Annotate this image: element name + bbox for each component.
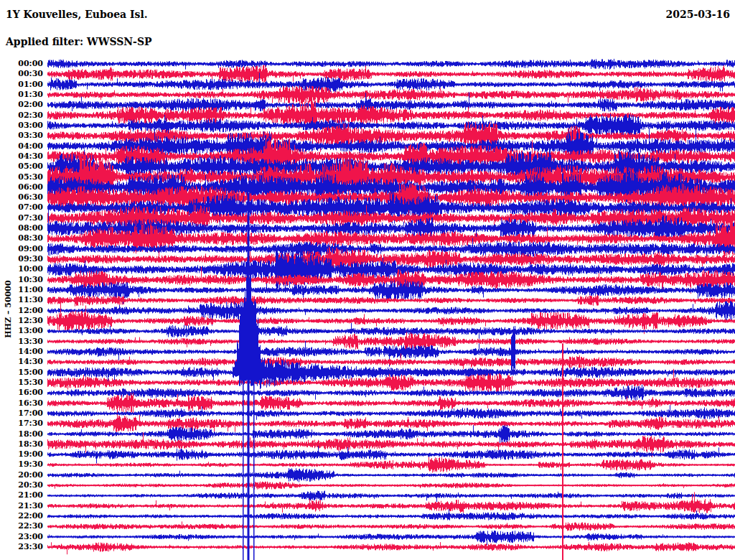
time-label: 17:00 <box>0 409 43 418</box>
time-label: 09:00 <box>0 245 43 253</box>
time-label: 16:30 <box>0 399 43 408</box>
date-label: 2025-03-16 <box>665 9 730 20</box>
time-label: 14:00 <box>0 347 43 356</box>
time-label: 06:30 <box>0 193 43 202</box>
time-label: 10:30 <box>0 276 43 284</box>
time-label: 11:30 <box>0 296 43 304</box>
time-label: 23:30 <box>0 543 43 551</box>
time-label: 18:30 <box>0 440 43 449</box>
time-label: 02:00 <box>0 101 43 109</box>
time-label: 09:30 <box>0 255 43 263</box>
time-label: 12:30 <box>0 317 43 325</box>
time-label: 21:30 <box>0 502 43 510</box>
time-label: 11:00 <box>0 286 43 294</box>
time-label: 02:30 <box>0 111 43 120</box>
time-label: 01:30 <box>0 90 43 99</box>
time-label: 22:00 <box>0 512 43 521</box>
time-label: 15:00 <box>0 368 43 377</box>
time-label: 07:30 <box>0 214 43 223</box>
time-label: 05:30 <box>0 173 43 182</box>
time-label: 13:30 <box>0 337 43 346</box>
time-label: 22:30 <box>0 522 43 531</box>
helicorder-page: 1Y Kouvelles, Euboea Isl. 2025-03-16 App… <box>0 0 735 560</box>
time-label: 15:30 <box>0 378 43 387</box>
time-label: 17:30 <box>0 419 43 428</box>
time-label: 21:00 <box>0 491 43 500</box>
time-label: 04:30 <box>0 152 43 161</box>
time-label: 03:00 <box>0 121 43 130</box>
time-label: 00:00 <box>0 60 43 68</box>
filter-label: Applied filter: WWSSN-SP <box>6 36 152 47</box>
station-title: 1Y Kouvelles, Euboea Isl. <box>6 9 148 20</box>
time-label: 18:00 <box>0 430 43 439</box>
helicorder-canvas <box>47 47 735 560</box>
time-label: 08:00 <box>0 224 43 233</box>
time-label: 12:00 <box>0 307 43 315</box>
time-label: 23:00 <box>0 533 43 541</box>
time-label: 00:30 <box>0 70 43 78</box>
time-label: 19:30 <box>0 460 43 469</box>
time-label: 04:00 <box>0 142 43 151</box>
time-label: 14:30 <box>0 358 43 366</box>
time-label: 08:30 <box>0 234 43 243</box>
time-label: 10:00 <box>0 265 43 274</box>
time-label: 01:00 <box>0 80 43 89</box>
time-label: 19:00 <box>0 450 43 459</box>
time-label: 03:30 <box>0 131 43 140</box>
time-label: 05:00 <box>0 162 43 171</box>
time-label: 20:30 <box>0 481 43 490</box>
time-label: 06:00 <box>0 183 43 192</box>
time-label: 07:00 <box>0 203 43 212</box>
time-label: 13:00 <box>0 327 43 335</box>
time-label: 20:00 <box>0 471 43 480</box>
time-label: 16:00 <box>0 388 43 397</box>
